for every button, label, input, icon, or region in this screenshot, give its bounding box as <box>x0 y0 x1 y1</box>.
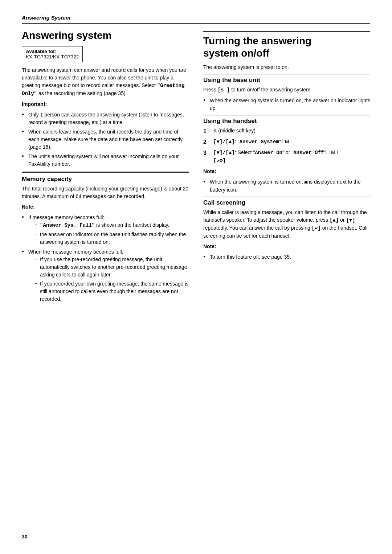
base-bullet-1: When the answering system is turned on, … <box>203 97 370 112</box>
base-paragraph: Press [s ] to turn on/off the answering … <box>203 86 370 94</box>
page-header-italic: Answering System <box>22 15 370 21</box>
step-3-num: 3 <box>203 149 211 165</box>
call-key-down: [▼] <box>346 217 355 223</box>
turning-top-divider <box>203 31 370 32</box>
note3-bullet-1: To turn this feature off, see page 35. <box>203 253 370 261</box>
important-bullets: Only 1 person can access the answering s… <box>22 111 189 168</box>
step-3-text-mid: " or " <box>282 149 293 155</box>
important-bullet-2: When callers leave messages, the unit re… <box>22 128 189 151</box>
base-bullets: When the answering system is turned on, … <box>203 97 370 112</box>
step-3-code: [▼]/[▲] <box>213 150 235 156</box>
note-label: Note: <box>22 203 189 211</box>
step-1-content: K (middle soft key) <box>213 127 370 136</box>
step-3: 3 [▼]/[▲]: Select "Answer On" or "Answer… <box>203 149 370 165</box>
left-column: Answering system Available for: KX-TG732… <box>22 24 189 526</box>
step-2-num: 2 <box>203 138 211 147</box>
turning-intro: The answering system is preset to on. <box>203 63 370 71</box>
step-2-content: [▼]/[▲]: "Answer System" i M <box>213 138 370 147</box>
step-2-code: [▼]/[▲] <box>213 139 235 145</box>
dash1-rest: is shown on the handset display. <box>95 222 169 228</box>
base-key-s: [s ] <box>218 87 230 93</box>
right-column: Turning the answering system on/off The … <box>203 24 370 526</box>
note2-bullet-1: When the answering system is turned on, … <box>203 178 370 194</box>
important-bullet-3: The unit's answering system will not ans… <box>22 153 189 168</box>
note3-label: Note: <box>203 243 370 250</box>
page-number: 30 <box>22 534 28 539</box>
step-3-bracket: [↗⊙] <box>213 158 226 164</box>
dash-item-2: the answer on indicator on the base unit… <box>35 231 189 246</box>
available-label: Available for: <box>26 49 57 54</box>
answering-system-title: Answering system <box>22 29 189 42</box>
important-bullet-1: Only 1 person can access the answering s… <box>22 111 189 126</box>
available-models: KX-TG7321/KX-TG7322 <box>26 54 79 59</box>
page-footer: 30 <box>22 534 370 539</box>
memory-divider <box>22 172 189 173</box>
call-screening-title: Call screening <box>203 199 370 206</box>
important-label: Important: <box>22 100 189 108</box>
note3-bullets: To turn this feature off, see page 35. <box>203 253 370 261</box>
intro-text-2: as the recording time setting (page 35). <box>37 90 127 96</box>
note2-bullets: When the answering system is turned on, … <box>203 178 370 194</box>
available-box: Available for: KX-TG7321/KX-TG7322 <box>22 46 83 62</box>
turning-title: Turning the answering system on/off <box>203 35 370 59</box>
step-3-text-pre: : Select " <box>235 149 255 155</box>
step-2-text-code: Answer System <box>240 139 279 145</box>
step-1-num: 1 <box>203 127 211 136</box>
dash-list-1: "Answer Sys. Full" is shown on the hands… <box>28 221 189 246</box>
step-2-text-pre: : " <box>235 139 240 144</box>
handset-title: Using the handset <box>203 118 370 125</box>
call-key-up: [▲] <box>330 217 339 223</box>
step-3-code2: Answer Off <box>293 150 324 156</box>
page: Answering System Answering system Availa… <box>0 0 392 554</box>
call-screening-divider <box>203 197 370 197</box>
dash-item-3: If you use the pre-recorded greeting mes… <box>35 256 189 279</box>
note2-label: Note: <box>203 168 370 175</box>
intro-paragraph: The answering system can answer and reco… <box>22 66 189 98</box>
call-key-answer: [↩] <box>312 225 321 231</box>
step-3-content: [▼]/[▲]: Select "Answer On" or "Answer O… <box>213 149 370 165</box>
answer-on-icon: ▣ <box>305 179 307 185</box>
note-bullet-1: If message memory becomes full: "Answer … <box>22 214 189 246</box>
dash-item-1: "Answer Sys. Full" is shown on the hands… <box>35 221 189 229</box>
dash1-code: "Answer Sys. Full" <box>40 222 95 228</box>
memory-capacity-title: Memory capacity <box>22 176 189 183</box>
step-2-text-post: " i M <box>279 139 289 144</box>
note-bullet-2: When the message memory becomes full: If… <box>22 248 189 303</box>
handset-divider <box>203 115 370 115</box>
call-screening-paragraph: While a caller is leaving a message, you… <box>203 209 370 240</box>
dash-item-4: If you recorded your own greeting messag… <box>35 280 189 303</box>
step-1: 1 K (middle soft key) <box>203 127 370 136</box>
base-unit-divider <box>203 74 370 74</box>
step-3-code1: Answer On <box>255 150 282 156</box>
base-unit-title: Using the base unit <box>203 77 370 84</box>
step-2: 2 [▼]/[▲]: "Answer System" i M <box>203 138 370 147</box>
handset-steps: 1 K (middle soft key) 2 [▼]/[▲]: "Answer… <box>203 127 370 165</box>
bottom-divider <box>203 264 370 264</box>
memory-paragraph: The total recording capacity (including … <box>22 185 189 200</box>
dash-list-2: If you use the pre-recorded greeting mes… <box>28 256 189 303</box>
step-3-text-post: ". i M i <box>324 149 338 155</box>
note-bullets: If message memory becomes full: "Answer … <box>22 214 189 303</box>
